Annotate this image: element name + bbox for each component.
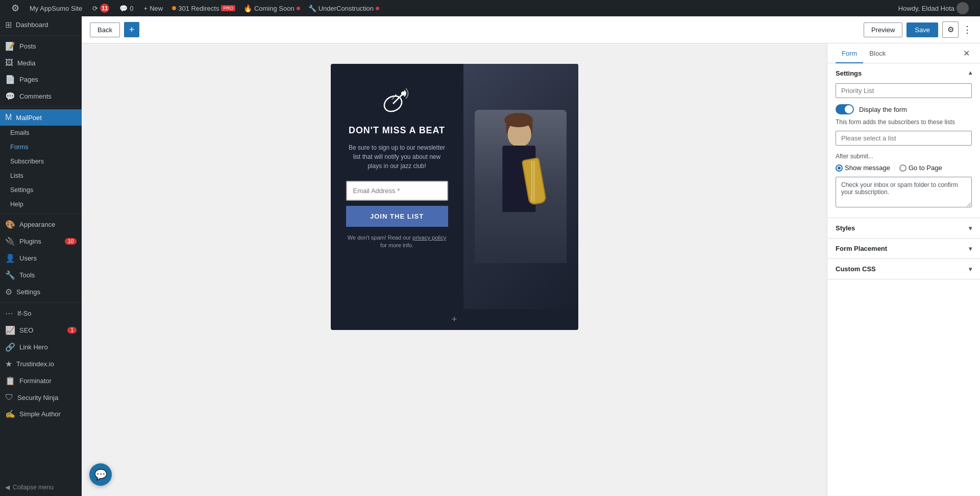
sidebar-item-plugins[interactable]: 🔌 Plugins 10 xyxy=(0,233,82,250)
privacy-policy-link[interactable]: privacy policy xyxy=(412,234,446,241)
sidebar-item-emails[interactable]: Emails xyxy=(0,126,82,140)
plugins-label: Plugins xyxy=(19,238,41,245)
after-submit-label: After submit... xyxy=(836,153,972,160)
toolbar-right: Preview Save ⚙ ⋮ xyxy=(864,21,972,38)
sidebar-item-comments[interactable]: 💬 Comments xyxy=(0,88,82,105)
coming-soon-item[interactable]: 🔥 Coming Soon xyxy=(239,4,304,12)
sidebar-item-simple-author[interactable]: ✍ Simple Author xyxy=(0,406,82,422)
dashboard-icon: ⊞ xyxy=(5,20,12,30)
custom-css-title: Custom CSS xyxy=(836,265,876,273)
panel-close-button[interactable]: ✕ xyxy=(961,46,972,60)
seo-icon: 📈 xyxy=(5,325,15,335)
uc-icon: 🔧 xyxy=(308,5,316,12)
join-button-preview[interactable]: JOIN THE LIST xyxy=(346,206,448,227)
ifso-icon: ⋯ xyxy=(5,309,13,318)
lists-label: Lists xyxy=(10,172,23,179)
go-to-page-radio[interactable]: Go to Page xyxy=(899,164,942,172)
mailpoet-label: MailPoet xyxy=(16,114,42,122)
settings-section-header[interactable]: Settings ▾ xyxy=(827,63,980,83)
sidebar-sep-1 xyxy=(0,35,82,36)
admin-bar: ⚙ My AppSumo Site ⟳ 11 💬 0 + New 301 Red… xyxy=(0,0,980,16)
pages-icon: 📄 xyxy=(5,75,15,84)
sidebar-item-ifso[interactable]: ⋯ If-So xyxy=(0,305,82,322)
add-block-plus-icon: + xyxy=(452,314,457,325)
howdy-item[interactable]: Howdy, Eldad Hota xyxy=(893,2,974,14)
posts-label: Posts xyxy=(19,42,36,50)
sidebar-item-pages[interactable]: 📄 Pages xyxy=(0,71,82,88)
tools-label: Tools xyxy=(19,271,35,279)
sidebar-sep-2 xyxy=(0,107,82,107)
show-message-label: Show message xyxy=(845,164,890,172)
sidebar-item-forminator[interactable]: 📋 Forminator xyxy=(0,372,82,389)
sidebar-item-forms[interactable]: Forms xyxy=(0,140,82,154)
sidebar-item-link-hero[interactable]: 🔗 Link Hero xyxy=(0,339,82,356)
sidebar-item-media[interactable]: 🖼 Media xyxy=(0,55,82,71)
sidebar-item-seo[interactable]: 📈 SEO 1 xyxy=(0,322,82,339)
sidebar: ⊞ Dashboard 📝 Posts 🖼 Media 📄 Pages 💬 Co… xyxy=(0,16,82,496)
mailpoet-icon: M xyxy=(5,113,12,122)
sidebar-item-posts[interactable]: 📝 Posts xyxy=(0,38,82,55)
add-block-button[interactable]: + xyxy=(124,22,139,37)
sidebar-item-help[interactable]: Help xyxy=(0,197,82,211)
form-placement-section[interactable]: Form Placement ▾ xyxy=(827,239,980,259)
support-chat-bubble[interactable]: 💬 xyxy=(89,463,112,486)
save-button[interactable]: Save xyxy=(906,22,938,37)
styles-chevron-icon: ▾ xyxy=(969,225,972,232)
more-options-button[interactable]: ⋮ xyxy=(963,24,972,35)
collapse-menu-item[interactable]: ◀ Collapse menu xyxy=(0,479,82,496)
pages-label: Pages xyxy=(19,76,38,83)
display-form-toggle[interactable] xyxy=(836,104,854,114)
underconstruction-item[interactable]: 🔧 UnderConstruction xyxy=(304,5,383,12)
add-block-below-button[interactable]: + xyxy=(331,309,578,330)
tab-form[interactable]: Form xyxy=(836,43,863,63)
comments-item[interactable]: 💬 0 xyxy=(114,0,138,16)
site-settings-icon: ⚙ xyxy=(5,287,12,297)
svg-line-3 xyxy=(392,95,396,100)
priority-list-input[interactable] xyxy=(836,83,972,98)
site-name-item[interactable]: My AppSumo Site xyxy=(24,0,87,16)
sidebar-item-trustindex[interactable]: ★ Trustindex.io xyxy=(0,356,82,372)
appearance-label: Appearance xyxy=(19,221,55,228)
satellite-dish-icon xyxy=(382,84,412,115)
uc-dot xyxy=(376,7,379,10)
settings-icon-button[interactable]: ⚙ xyxy=(942,21,959,38)
sidebar-item-appearance[interactable]: 🎨 Appearance xyxy=(0,216,82,233)
coming-soon-label: Coming Soon xyxy=(254,5,295,12)
new-item[interactable]: + New xyxy=(139,0,168,16)
updates-item[interactable]: ⟳ 11 xyxy=(87,0,114,16)
sidebar-item-dashboard[interactable]: ⊞ Dashboard xyxy=(0,16,82,33)
sidebar-item-mailpoet[interactable]: M MailPoet xyxy=(0,109,82,126)
svg-point-2 xyxy=(401,91,405,96)
plugin-301-item[interactable]: 301 Redirects PRO xyxy=(168,5,239,12)
site-name-text: My AppSumo Site xyxy=(30,5,82,12)
show-message-radio[interactable]: Show message xyxy=(836,164,890,172)
trustindex-label: Trustindex.io xyxy=(16,360,54,368)
styles-section[interactable]: Styles ▾ xyxy=(827,218,980,239)
sidebar-item-subscribers[interactable]: Subscribers xyxy=(0,154,82,169)
preview-button[interactable]: Preview xyxy=(864,22,902,37)
sidebar-item-users[interactable]: 👤 Users xyxy=(0,250,82,267)
sidebar-item-tools[interactable]: 🔧 Tools xyxy=(0,267,82,284)
collapse-arrow-icon: ◀ xyxy=(5,484,10,491)
sidebar-item-settings[interactable]: Settings xyxy=(0,183,82,197)
comment-count: 0 xyxy=(130,5,133,12)
custom-css-section[interactable]: Custom CSS ▾ xyxy=(827,259,980,279)
sidebar-item-lists[interactable]: Lists xyxy=(0,169,82,183)
confirmation-message-textarea[interactable] xyxy=(836,177,972,207)
wp-logo-item[interactable]: ⚙ xyxy=(6,0,24,16)
subscribers-helper: This form adds the subscribers to these … xyxy=(836,119,972,126)
dashboard-label: Dashboard xyxy=(16,21,48,29)
coming-soon-icon: 🔥 xyxy=(243,4,252,12)
guitar-strings xyxy=(531,161,537,202)
back-button[interactable]: Back xyxy=(90,22,120,37)
wp-logo-icon: ⚙ xyxy=(11,3,19,14)
canvas-area: DON'T MISS A BEAT Be sure to sign up to … xyxy=(82,43,827,496)
sidebar-sep-3 xyxy=(0,214,82,214)
sidebar-item-site-settings[interactable]: ⚙ Settings xyxy=(0,284,82,300)
users-icon: 👤 xyxy=(5,253,15,263)
tab-block[interactable]: Block xyxy=(863,43,892,63)
forminator-icon: 📋 xyxy=(5,376,15,386)
sidebar-item-security-ninja[interactable]: 🛡 Security Ninja xyxy=(0,389,82,406)
select-list-input[interactable] xyxy=(836,131,972,146)
email-input-preview[interactable] xyxy=(346,181,448,201)
